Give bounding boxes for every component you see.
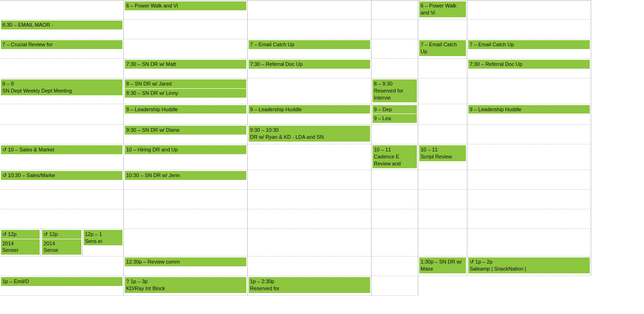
cell-row-1030-col2 xyxy=(248,170,372,190)
event[interactable]: 7 – Email Catch Up xyxy=(468,40,590,49)
cell-row-10-col2 xyxy=(248,144,372,170)
cell-row-8-col2 xyxy=(248,78,372,104)
event[interactable]: 10 – 11 Cadence E Review and xyxy=(372,145,417,168)
event[interactable]: ↺ 10:30 – Sales/Marke xyxy=(1,171,122,180)
cell-row-1230-col3: 12:30p – Review comm xyxy=(124,257,248,276)
cell-row-7-col0: 7 – Crucial Review for xyxy=(0,39,124,59)
cell-row-7-col3 xyxy=(372,39,418,59)
event[interactable]: 7 – Email Catch Up xyxy=(419,40,466,56)
cell-row-930-col0 xyxy=(0,125,124,144)
cell-row-11-col4 xyxy=(418,190,467,209)
cell-row-10-col0: ↺ 10 – Sales & Market xyxy=(0,144,124,170)
cell-row-10-col5 xyxy=(467,144,591,170)
cell-row-1130-col0 xyxy=(0,209,124,229)
event[interactable]: 8 – SN DR w/ Jared xyxy=(125,79,246,88)
cell-row-12-col4 xyxy=(248,229,372,257)
event[interactable]: 1p – 2:30p Reserved for xyxy=(249,277,370,293)
event[interactable]: 12:30p – Review comm xyxy=(125,257,246,266)
cell-row-630-col5 xyxy=(467,20,591,39)
cell-row-9-col5: 9 – Leadership Huddle xyxy=(467,104,591,125)
cell-row-1130-col4 xyxy=(418,209,467,229)
event[interactable]: 8:30 – SN DR w/ Linny xyxy=(125,89,246,98)
cell-row-730-col2: 7:30 – Referral Doc Up xyxy=(248,59,372,78)
event[interactable]: 10 – 11 Script Review xyxy=(419,145,466,161)
event[interactable]: 10 – Hiring DR and Up xyxy=(125,145,246,154)
cell-row-1-col5 xyxy=(372,276,418,296)
event[interactable]: 12p – 1 Sens ei xyxy=(84,230,122,246)
event[interactable]: 6:30 – EMAIL MAOR - xyxy=(1,21,122,29)
event[interactable]: ↺ 10 – Sales & Market xyxy=(1,145,122,154)
event[interactable]: 1p – Emil/D xyxy=(1,277,122,286)
cell-row-6-col3 xyxy=(372,0,418,20)
cell-row-7-col1 xyxy=(124,39,248,59)
event[interactable]: 6 – Power Walk and Vi xyxy=(419,1,466,17)
cell-row-1130-col3 xyxy=(372,209,418,229)
cell-row-9-col4 xyxy=(418,104,467,125)
event[interactable]: 7 – Email Catch Up xyxy=(249,40,370,49)
event[interactable]: 9:30 – 10:30 DR w/ Ryan & KD - LDA and S… xyxy=(249,126,370,142)
event[interactable]: 6 – Power Walk and Vi xyxy=(125,1,246,10)
cell-row-11-col5 xyxy=(467,190,591,209)
cell-row-630-col0: 6:30 – EMAIL MAOR - xyxy=(0,20,124,39)
cell-row-730-col0 xyxy=(0,59,124,78)
cell-row-8-col0: 8 – 9 SN Dept Weekly Dept Meeting xyxy=(0,78,124,104)
event[interactable]: ↺ 12p xyxy=(1,230,40,239)
cell-row-8-col4 xyxy=(418,78,467,104)
event[interactable]: ↺ 1p – 2p Saleamp | SnackNation | xyxy=(468,257,590,273)
cell-row-6-col2 xyxy=(248,0,372,20)
event[interactable]: 8 – 9:30 Reserved for Intervie xyxy=(372,79,417,102)
cell-row-1030-col3 xyxy=(372,170,418,190)
cell-row-1130-col2 xyxy=(248,209,372,229)
cell-row-1030-col5 xyxy=(467,170,591,190)
cell-row-730-col5: 7:30 – Referral Doc Up xyxy=(467,59,591,78)
cell-row-630-col3 xyxy=(372,20,418,39)
event[interactable]: 2014 Sense xyxy=(42,239,81,255)
cell-row-1230-col4 xyxy=(248,257,372,276)
cell-row-9-col1: 9 – Leadership Huddle xyxy=(124,104,248,125)
cell-row-930-col2: 9:30 – 10:30 DR w/ Ryan & KD - LDA and S… xyxy=(248,125,372,144)
cell-row-11-col2 xyxy=(248,190,372,209)
cell-row-1230-col0 xyxy=(418,229,467,257)
cell-row-1230-col1 xyxy=(467,229,591,257)
cell-row-1-col3: ? 1p – 3p KD/Ray Int Block xyxy=(124,276,248,296)
cell-row-930-col5 xyxy=(467,125,591,144)
event[interactable]: ? 1p – 3p KD/Ray Int Block xyxy=(125,277,246,293)
cell-row-1130-col1 xyxy=(124,209,248,229)
calendar-grid: 6 – Power Walk and Vi6 – Power Walk and … xyxy=(0,0,644,296)
event[interactable]: 9 – Leadership Huddle xyxy=(125,105,246,114)
event[interactable]: 9 – Dep xyxy=(372,105,417,114)
event[interactable]: 7:30 – Referral Doc Up xyxy=(249,60,370,69)
event[interactable]: 10:30 – SN DR w/ Jenn xyxy=(125,171,246,180)
cell-row-6-col0 xyxy=(0,0,124,20)
cell-row-1-col0: 1:30p – SN DR w/ Mase xyxy=(418,257,467,276)
cell-row-7-col2: 7 – Email Catch Up xyxy=(248,39,372,59)
event[interactable]: ↺ 12p xyxy=(42,230,81,239)
event[interactable]: 7 – Crucial Review for xyxy=(1,40,122,49)
event[interactable]: 9:30 – SN DR w/ Diana xyxy=(125,126,246,135)
cell-row-9-col2: 9 – Leadership Huddle xyxy=(248,104,372,125)
event[interactable]: 7:30 – SN DR w/ Matt xyxy=(125,60,246,69)
cell-row-11-col1 xyxy=(124,190,248,209)
event[interactable]: 2014 Sensei xyxy=(1,239,40,255)
cell-row-1-col4: 1p – 2:30p Reserved for xyxy=(248,276,372,296)
cell-row-9-col0 xyxy=(0,104,124,125)
cell-row-930-col4 xyxy=(418,125,467,144)
cell-row-8-col1: 8 – SN DR w/ Jared8:30 – SN DR w/ Linny xyxy=(124,78,248,104)
cell-row-930-col1: 9:30 – SN DR w/ Diana xyxy=(124,125,248,144)
cell-row-630-col2 xyxy=(248,20,372,39)
event[interactable]: 1:30p – SN DR w/ Mase xyxy=(419,257,466,273)
cell-row-8-col3: 8 – 9:30 Reserved for Intervie xyxy=(372,78,418,104)
cell-row-11-col0 xyxy=(0,190,124,209)
event[interactable]: 9 – Leadership Huddle xyxy=(249,105,370,114)
cell-row-12-col3 xyxy=(124,229,248,257)
cell-row-12-col5 xyxy=(372,229,418,257)
cell-row-730-col1: 7:30 – SN DR w/ Matt xyxy=(124,59,248,78)
event[interactable]: 9 – Leadership Huddle xyxy=(468,105,590,114)
cell-row-9-col3: 9 – Dep9 – Lea xyxy=(372,104,418,125)
event[interactable]: 8 – 9 SN Dept Weekly Dept Meeting xyxy=(1,79,122,95)
cell-row-10-col1: 10 – Hiring DR and Up xyxy=(124,144,248,170)
event[interactable]: 7:30 – Referral Doc Up xyxy=(468,60,590,69)
event[interactable]: 9 – Lea xyxy=(372,114,417,123)
cell-row-630-col4 xyxy=(418,20,467,39)
cell-row-1-col2: 1p – Emil/D xyxy=(0,276,124,296)
